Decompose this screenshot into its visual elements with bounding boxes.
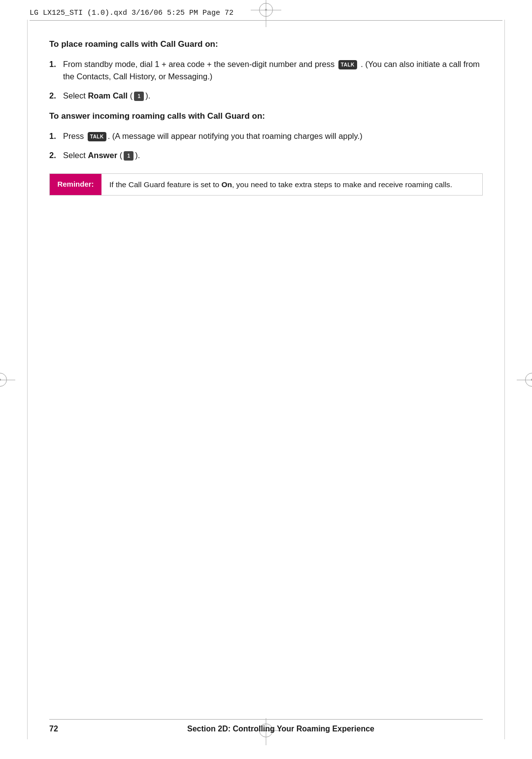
list-number: 2. <box>49 149 63 162</box>
section1-heading: To place roaming calls with Call Guard o… <box>49 39 483 49</box>
header-bar: LG LX125_STI (1.0).qxd 3/16/06 5:25 PM P… <box>30 9 502 21</box>
list-item: 1. From standby mode, dial 1 + area code… <box>49 58 483 83</box>
reminder-label: Reminder: <box>50 174 101 195</box>
header-text: LG LX125_STI (1.0).qxd 3/16/06 5:25 PM P… <box>30 9 233 17</box>
num-badge-1: 1 <box>124 151 133 161</box>
list-number: 1. <box>49 130 63 142</box>
list-content: Press TALK. (A message will appear notif… <box>63 130 483 142</box>
list-content: From standby mode, dial 1 + area code + … <box>63 58 483 83</box>
footer-section-title: Section 2D: Controlling Your Roaming Exp… <box>79 725 483 733</box>
list-number: 1. <box>49 58 63 70</box>
reminder-content: If the Call Guard feature is set to On, … <box>101 174 460 195</box>
list-content: Select Roam Call (1). <box>63 90 483 102</box>
list-content: Select Answer (1). <box>63 149 483 162</box>
section1-list: 1. From standby mode, dial 1 + area code… <box>49 58 483 101</box>
reg-mark-right <box>525 373 532 387</box>
footer: 72 Section 2D: Controlling Your Roaming … <box>49 719 483 733</box>
roam-call-label: Roam Call <box>88 91 128 100</box>
answer-label: Answer <box>88 151 117 160</box>
list-number: 2. <box>49 90 63 102</box>
main-content: To place roaming calls with Call Guard o… <box>49 39 483 200</box>
reminder-box: Reminder: If the Call Guard feature is s… <box>49 173 483 196</box>
reg-mark-left <box>0 373 7 387</box>
reminder-on-text: On <box>221 180 232 189</box>
side-line-left <box>27 20 28 739</box>
list-item: 2. Select Answer (1). <box>49 149 483 162</box>
talk-badge: TALK <box>338 60 357 69</box>
num-badge-1: 1 <box>134 92 144 101</box>
list-item: 1. Press TALK. (A message will appear no… <box>49 130 483 142</box>
section2-heading: To answer incoming roaming calls with Ca… <box>49 111 483 121</box>
talk-badge: TALK <box>88 132 106 141</box>
list-item: 2. Select Roam Call (1). <box>49 90 483 102</box>
page-container: LG LX125_STI (1.0).qxd 3/16/06 5:25 PM P… <box>0 0 532 759</box>
section2-list: 1. Press TALK. (A message will appear no… <box>49 130 483 162</box>
side-line-right <box>504 20 505 739</box>
page-number: 72 <box>49 725 79 733</box>
